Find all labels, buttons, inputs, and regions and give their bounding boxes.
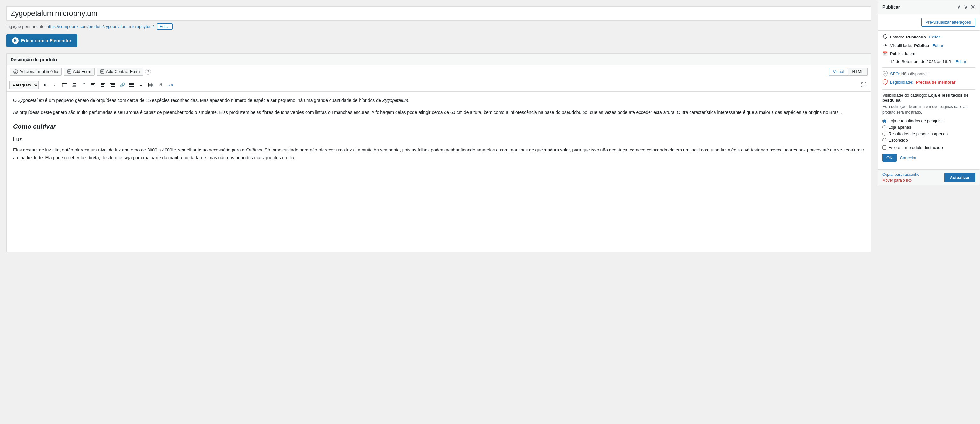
svg-rect-17 <box>73 83 76 84</box>
publish-header: Publicar ∧ ∨ ✕ <box>878 0 980 14</box>
radio-input-2[interactable] <box>882 125 886 129</box>
svg-rect-22 <box>91 83 95 84</box>
content-para1: O Zygopetalum é um pequeno género de orq… <box>13 97 864 105</box>
add-media-button[interactable]: Adicionar multimédia <box>10 68 62 76</box>
divider2 <box>882 89 975 90</box>
state-icon <box>882 34 888 40</box>
svg-rect-19 <box>73 85 76 86</box>
svg-rect-24 <box>91 86 95 86</box>
radio-option-3[interactable]: Resultados de pesquisa apenas <box>882 131 975 136</box>
fullscreen-button[interactable] <box>859 80 868 89</box>
link-button[interactable]: 🔗 <box>118 80 127 89</box>
unordered-list-button[interactable] <box>60 80 69 89</box>
featured-checkbox[interactable] <box>882 145 886 149</box>
post-title-input[interactable] <box>6 6 871 21</box>
move-to-trash-link[interactable]: Mover para o lixo <box>882 178 919 183</box>
svg-text:!: ! <box>885 80 886 84</box>
permalink-row: Ligação permanente: https://compobrix.co… <box>6 23 871 30</box>
readability-shield-icon: ! <box>882 79 888 85</box>
state-value: Publicado <box>906 35 926 40</box>
add-media-label: Adicionar multimédia <box>19 69 58 74</box>
update-button[interactable]: Actualizar <box>945 173 975 182</box>
publish-box: Publicar ∧ ∨ ✕ Pré-visualizar alterações… <box>878 0 980 186</box>
svg-rect-37 <box>129 86 134 87</box>
svg-rect-23 <box>91 84 94 85</box>
copy-to-draft-link[interactable]: Copiar para rascunho <box>882 172 919 177</box>
tab-html[interactable]: HTML <box>848 68 868 76</box>
radio-input-3[interactable] <box>882 132 886 136</box>
published-edit-link[interactable]: Editar <box>955 59 966 64</box>
readability-label-span: Legibilidade:: Precisa de melhorar <box>890 80 956 84</box>
align-right-button[interactable] <box>108 80 117 89</box>
image-icon <box>13 70 18 74</box>
radio-label-1: Loja e resultados de pesquisa <box>888 119 944 123</box>
collapse-up-icon[interactable]: ∧ <box>957 3 961 11</box>
readability-link[interactable]: Legibilidade: <box>890 80 913 84</box>
hr-button[interactable] <box>137 80 146 89</box>
svg-rect-34 <box>129 83 134 84</box>
radio-input-4[interactable] <box>882 138 886 142</box>
radio-label-2: Loja apenas <box>888 125 911 130</box>
svg-rect-28 <box>100 86 105 86</box>
align-center-icon <box>100 83 105 87</box>
svg-rect-31 <box>111 84 115 85</box>
readability-value: Precisa de melhorar <box>916 80 955 84</box>
ok-cancel-row: OK Cancelar <box>882 154 975 162</box>
tab-visual[interactable]: Visual <box>829 68 848 76</box>
featured-checkbox-row[interactable]: Este é um produto destacado <box>882 145 975 150</box>
published-date-value: 15 de Setembro de 2023 às 16:54 <box>890 59 953 64</box>
radio-input-1[interactable] <box>882 119 886 123</box>
add-contact-form-button[interactable]: Add Contact Form <box>97 68 143 76</box>
radio-option-4[interactable]: Escondido <box>882 138 975 143</box>
permalink-edit-button[interactable]: Editar <box>157 23 173 30</box>
visual-html-tabs: Visual HTML <box>829 68 868 76</box>
elementor-edit-button[interactable]: E Editar com o Elementor <box>6 34 77 47</box>
permalink-label: Ligação permanente: <box>6 24 46 29</box>
cancel-link[interactable]: Cancelar <box>900 155 916 160</box>
ordered-list-button[interactable]: 1. 2. 3. <box>70 80 78 89</box>
svg-rect-40 <box>149 83 153 87</box>
editor-content[interactable]: O Zygopetalum é um pequeno género de orq… <box>7 92 871 252</box>
readability-row: ! Legibilidade:: Precisa de melhorar <box>882 79 975 85</box>
svg-point-14 <box>62 86 63 87</box>
undo-button[interactable]: ↺ <box>156 80 165 89</box>
table-button[interactable] <box>146 80 155 89</box>
state-edit-link[interactable]: Editar <box>929 35 940 40</box>
collapse-down-icon[interactable]: ∨ <box>964 3 968 11</box>
preview-button[interactable]: Pré-visualizar alterações <box>921 18 975 27</box>
visibility-edit-link[interactable]: Editar <box>932 43 943 48</box>
add-form-label: Add Form <box>73 69 91 74</box>
align-full-button[interactable] <box>127 80 136 89</box>
radio-option-2[interactable]: Loja apenas <box>882 125 975 130</box>
italic-button[interactable]: I <box>50 80 59 89</box>
seo-link[interactable]: SEO: <box>890 71 900 76</box>
svg-rect-30 <box>110 83 115 84</box>
hr-icon <box>138 83 144 87</box>
align-center-button[interactable] <box>98 80 107 89</box>
product-description-label: Descrição do produto <box>7 54 871 65</box>
form-icon <box>67 70 72 74</box>
link-options-button[interactable]: ∞ ▾ <box>165 80 175 89</box>
align-left-button[interactable] <box>89 80 98 89</box>
add-form-button[interactable]: Add Form <box>64 68 95 76</box>
svg-rect-27 <box>101 84 104 85</box>
ok-button[interactable]: OK <box>882 154 897 162</box>
paragraph-select[interactable]: Parágrafo <box>9 81 39 89</box>
catalog-description: Esta definição determina em que páginas … <box>882 104 975 115</box>
close-publish-icon[interactable]: ✕ <box>970 3 975 11</box>
help-icon[interactable]: ? <box>145 69 151 75</box>
svg-text:3.: 3. <box>72 85 73 87</box>
visibility-row: 👁 Visibilidade: Público Editar <box>882 43 975 48</box>
svg-rect-21 <box>73 86 76 87</box>
svg-rect-35 <box>129 84 134 85</box>
blockquote-button[interactable]: " <box>79 80 88 89</box>
calendar-icon: 📅 <box>882 51 888 56</box>
publish-footer: Copiar para rascunho Mover para o lixo A… <box>878 169 980 185</box>
svg-rect-33 <box>111 86 115 87</box>
publish-header-icons: ∧ ∨ ✕ <box>957 3 975 11</box>
add-contact-form-label: Add Contact Form <box>106 69 140 74</box>
bold-button[interactable]: B <box>41 80 49 89</box>
permalink-url[interactable]: https://compobrix.com/produto/zygopetalu… <box>47 24 154 29</box>
radio-option-1[interactable]: Loja e resultados de pesquisa <box>882 119 975 123</box>
svg-rect-39 <box>140 85 142 86</box>
